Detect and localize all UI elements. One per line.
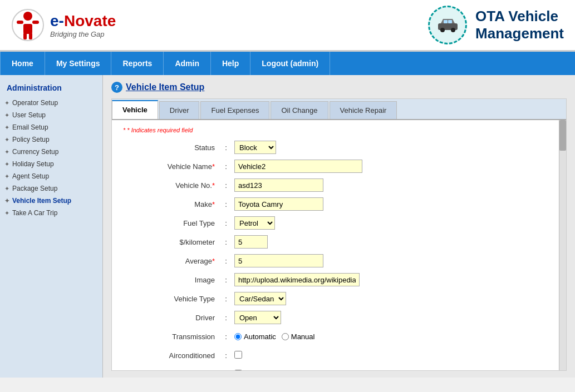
field-row-dollar-km: $/kilometer : xyxy=(123,235,555,249)
tab-oil-change[interactable]: Oil Change xyxy=(271,101,328,119)
logo-left: e-Novate Bridging the Gap xyxy=(11,8,116,42)
driver-select[interactable]: Open Assigned xyxy=(234,311,281,324)
transmission-automatic-label: Automatic xyxy=(234,333,276,341)
sidebar-item-holiday-setup[interactable]: ✦ Holiday Setup xyxy=(0,158,102,170)
required-note: * * Indicates required field xyxy=(123,127,555,133)
field-row-status: Status : Block Active Inactive xyxy=(123,140,555,155)
transmission-manual-label: Manual xyxy=(282,333,315,341)
nav-admin[interactable]: Admin xyxy=(164,52,211,75)
svg-rect-6 xyxy=(29,33,32,39)
brand-icon xyxy=(11,8,45,42)
transmission-radio-group: Automatic Manual xyxy=(234,333,555,341)
svg-point-9 xyxy=(440,28,445,32)
transmission-automatic-radio[interactable] xyxy=(234,333,242,340)
transmission-label: Transmission xyxy=(123,333,220,341)
form-content: * * Indicates required field Status : Bl… xyxy=(112,120,566,370)
gps-label: GPS Built in xyxy=(123,370,220,371)
svg-rect-4 xyxy=(23,24,32,34)
vehicle-no-field xyxy=(234,178,555,192)
airconditioned-label: Airconditioned xyxy=(123,351,220,360)
transmission-manual-radio[interactable] xyxy=(282,333,289,340)
vehicle-name-input[interactable] xyxy=(234,160,362,173)
brand-name: e-Novate xyxy=(50,12,116,30)
sidebar-item-policy-setup[interactable]: ✦ Policy Setup xyxy=(0,133,102,146)
gear-icon: ✦ xyxy=(4,210,9,217)
tab-driver[interactable]: Driver xyxy=(159,101,200,119)
driver-field: Open Assigned xyxy=(234,311,555,324)
main-layout: Administration ✦ Operator Setup ✦ User S… xyxy=(0,75,575,378)
page-title-row: ? Vehicle Item Setup xyxy=(111,82,567,93)
vehicle-type-label: Vehicle Type xyxy=(123,295,220,303)
field-row-image: Image : xyxy=(123,272,555,287)
tab-vehicle[interactable]: Vehicle xyxy=(112,100,158,119)
average-input[interactable] xyxy=(234,254,323,267)
gear-icon: ✦ xyxy=(4,112,9,119)
svg-point-1 xyxy=(23,12,32,21)
field-row-gps: GPS Built in : xyxy=(123,367,555,370)
make-input[interactable] xyxy=(234,197,323,211)
sidebar-item-currency-setup[interactable]: ✦ Currency Setup xyxy=(0,146,102,158)
gear-icon: ✦ xyxy=(4,197,9,205)
tab-vehicle-repair[interactable]: Vehicle Repair xyxy=(330,101,397,119)
sidebar-item-take-a-car-trip[interactable]: ✦ Take A Car Trip xyxy=(0,207,102,219)
gear-icon: ✦ xyxy=(4,161,9,168)
field-row-vehicle-no: Vehicle No.* : xyxy=(123,178,555,192)
help-icon: ? xyxy=(111,82,122,93)
sidebar-item-email-setup[interactable]: ✦ Email Setup xyxy=(0,121,102,133)
airconditioned-field xyxy=(234,351,555,360)
gear-icon: ✦ xyxy=(4,185,9,192)
svg-rect-3 xyxy=(32,21,39,24)
airconditioned-checkbox[interactable] xyxy=(234,351,242,359)
logo-right: OTA Vehicle Management xyxy=(428,6,564,44)
vehicle-no-input[interactable] xyxy=(234,178,323,192)
make-field xyxy=(234,197,555,211)
tab-fuel-expenses[interactable]: Fuel Expenses xyxy=(200,101,269,119)
svg-rect-12 xyxy=(448,20,452,23)
nav-help[interactable]: Help xyxy=(211,52,250,75)
image-input[interactable] xyxy=(234,273,360,286)
nav-reports[interactable]: Reports xyxy=(111,52,164,75)
sidebar-item-vehicle-item-setup[interactable]: ✦ Vehicle Item Setup xyxy=(0,195,102,207)
scrollbar-thumb[interactable] xyxy=(559,120,566,151)
field-row-driver: Driver : Open Assigned xyxy=(123,310,555,325)
transmission-field: Automatic Manual xyxy=(234,333,555,341)
field-row-vehicle-name: Vehicle Name* : xyxy=(123,159,555,173)
main-nav: Home My Settings Reports Admin Help Logo… xyxy=(0,52,575,75)
status-label: Status xyxy=(123,143,220,152)
svg-rect-11 xyxy=(444,20,448,23)
vehicle-type-field: Car/Sedan SUV Van Truck xyxy=(234,292,555,305)
app-title: OTA Vehicle Management xyxy=(475,8,564,42)
gps-checkbox[interactable] xyxy=(234,370,242,371)
scrollbar-track[interactable] xyxy=(559,120,566,370)
nav-home[interactable]: Home xyxy=(0,52,45,75)
nav-my-settings[interactable]: My Settings xyxy=(45,52,112,75)
driver-label: Driver xyxy=(123,314,220,322)
tab-bar: Vehicle Driver Fuel Expenses Oil Change … xyxy=(112,99,566,120)
gear-icon: ✦ xyxy=(4,148,9,156)
status-select[interactable]: Block Active Inactive xyxy=(234,141,276,154)
form-card: Vehicle Driver Fuel Expenses Oil Change … xyxy=(111,98,567,371)
sidebar-item-user-setup[interactable]: ✦ User Setup xyxy=(0,109,102,121)
brand-tagline: Bridging the Gap xyxy=(50,30,116,38)
sidebar-item-operator-setup[interactable]: ✦ Operator Setup xyxy=(0,97,102,109)
field-row-airconditioned: Airconditioned : xyxy=(123,348,555,363)
vehicle-type-select[interactable]: Car/Sedan SUV Van Truck xyxy=(234,292,286,305)
nav-logout[interactable]: Logout (admin) xyxy=(250,52,330,75)
sidebar: Administration ✦ Operator Setup ✦ User S… xyxy=(0,75,103,378)
dollar-km-input[interactable] xyxy=(234,235,268,249)
brand-text: e-Novate Bridging the Gap xyxy=(50,12,116,38)
fuel-type-label: Fuel Type xyxy=(123,219,220,227)
sidebar-item-package-setup[interactable]: ✦ Package Setup xyxy=(0,182,102,195)
image-field xyxy=(234,273,555,286)
fuel-type-field: Petrol Diesel Electric xyxy=(234,216,555,230)
svg-rect-5 xyxy=(23,33,27,39)
status-field: Block Active Inactive xyxy=(234,141,555,154)
svg-rect-2 xyxy=(17,21,23,24)
sidebar-item-agent-setup[interactable]: ✦ Agent Setup xyxy=(0,170,102,182)
fuel-type-select[interactable]: Petrol Diesel Electric xyxy=(234,216,275,230)
svg-point-10 xyxy=(451,28,455,32)
field-row-average: Average* : xyxy=(123,254,555,268)
field-row-fuel-type: Fuel Type : Petrol Diesel Electric xyxy=(123,216,555,230)
svg-marker-8 xyxy=(441,19,455,23)
field-row-transmission: Transmission : Automatic Manual xyxy=(123,329,555,344)
